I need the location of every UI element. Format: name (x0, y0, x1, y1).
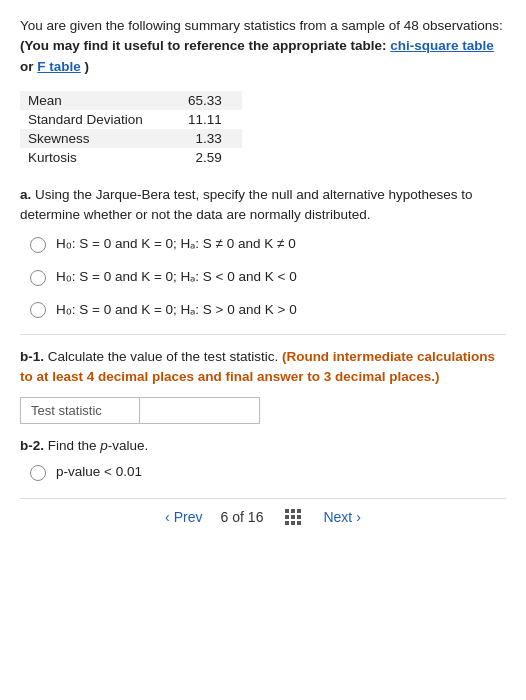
stat-label: Mean (20, 91, 180, 110)
page-info: 6 of 16 (221, 509, 264, 525)
radio-label: p-value < 0.01 (56, 463, 142, 482)
test-statistic-row: Test statistic (20, 397, 506, 424)
part-a-options: H₀: S = 0 and K = 0; Hₐ: S ≠ 0 and K ≠ 0… (30, 235, 506, 320)
test-statistic-label: Test statistic (20, 397, 140, 424)
stats-row: Mean65.33 (20, 91, 242, 110)
footer-nav: ‹ Prev 6 of 16 Next › (20, 498, 506, 525)
stat-value: 11.11 (180, 110, 242, 129)
radio-label: H₀: S = 0 and K = 0; Hₐ: S < 0 and K < 0 (56, 268, 297, 287)
stat-label: Standard Deviation (20, 110, 180, 129)
radio-option-a2[interactable]: H₀: S = 0 and K = 0; Hₐ: S < 0 and K < 0 (30, 268, 506, 287)
part-b2-label: b-2. Find the p-value. (20, 438, 506, 453)
part-b2-options: p-value < 0.01 (30, 463, 506, 482)
next-button[interactable]: Next › (323, 509, 360, 525)
stat-value: 2.59 (180, 148, 242, 167)
radio-circle (30, 465, 46, 481)
radio-circle (30, 237, 46, 253)
grid-icon (285, 509, 301, 525)
stat-label: Skewness (20, 129, 180, 148)
test-statistic-input[interactable] (140, 397, 260, 424)
radio-option-a1[interactable]: H₀: S = 0 and K = 0; Hₐ: S ≠ 0 and K ≠ 0 (30, 235, 506, 254)
radio-label: H₀: S = 0 and K = 0; Hₐ: S > 0 and K > 0 (56, 301, 297, 320)
part-a-label: a. Using the Jarque-Bera test, specify t… (20, 185, 506, 226)
prev-arrow-icon: ‹ (165, 509, 170, 525)
part-b1-label: b-1. Calculate the value of the test sta… (20, 347, 506, 388)
intro-bold: (You may find it useful to reference the… (20, 38, 494, 73)
stats-row: Kurtosis2.59 (20, 148, 242, 167)
next-arrow-icon: › (356, 509, 361, 525)
prev-button[interactable]: ‹ Prev (165, 509, 202, 525)
radio-circle (30, 302, 46, 318)
part-b1-section: b-1. Calculate the value of the test sta… (20, 347, 506, 425)
stat-label: Kurtosis (20, 148, 180, 167)
chi-square-link[interactable]: chi-square table (390, 38, 494, 53)
radio-label: H₀: S = 0 and K = 0; Hₐ: S ≠ 0 and K ≠ 0 (56, 235, 296, 254)
part-b2-section: b-2. Find the p-value. p-value < 0.01 (20, 438, 506, 482)
stats-row: Skewness1.33 (20, 129, 242, 148)
stat-value: 65.33 (180, 91, 242, 110)
radio-option-b2-1[interactable]: p-value < 0.01 (30, 463, 506, 482)
radio-circle (30, 270, 46, 286)
stat-value: 1.33 (180, 129, 242, 148)
stats-table: Mean65.33Standard Deviation11.11Skewness… (20, 91, 242, 167)
f-table-link[interactable]: F table (37, 59, 81, 74)
intro-text-prefix: You are given the following summary stat… (20, 18, 503, 33)
divider (20, 334, 506, 335)
intro-paragraph: You are given the following summary stat… (20, 16, 506, 77)
stats-row: Standard Deviation11.11 (20, 110, 242, 129)
radio-option-a3[interactable]: H₀: S = 0 and K = 0; Hₐ: S > 0 and K > 0 (30, 301, 506, 320)
